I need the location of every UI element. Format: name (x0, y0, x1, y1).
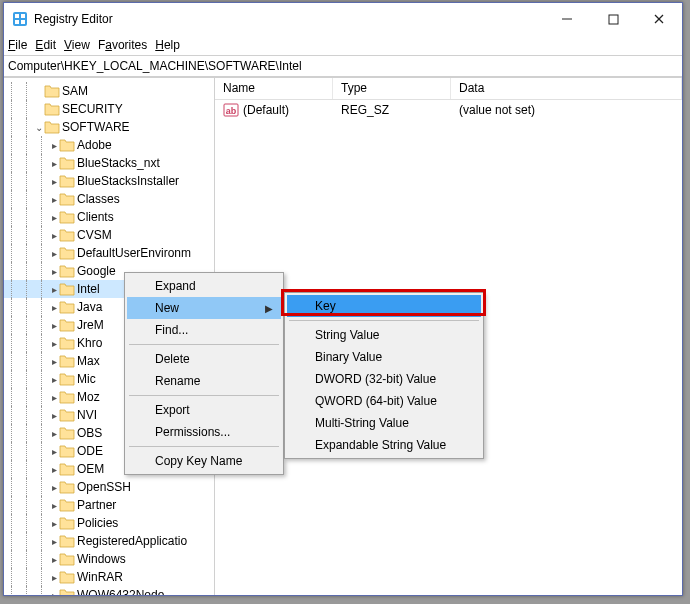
tree-item[interactable]: ▸Adobe (4, 136, 214, 154)
svg-rect-3 (15, 20, 19, 24)
tree-item-label: Clients (77, 210, 114, 224)
expand-caret-icon[interactable]: ▸ (49, 572, 59, 583)
submenu-string-value[interactable]: String Value (287, 324, 481, 346)
tree-item[interactable]: ▸WOW6432Node (4, 586, 214, 595)
ctx-rename[interactable]: Rename (127, 370, 281, 392)
tree-item-label: Adobe (77, 138, 112, 152)
tree-item[interactable]: ▸BlueStacksInstaller (4, 172, 214, 190)
folder-icon (59, 570, 75, 584)
tree-item-label: BlueStacks_nxt (77, 156, 160, 170)
expand-caret-icon[interactable]: ▸ (49, 284, 59, 295)
menubar: File Edit View Favorites Help (4, 35, 682, 55)
maximize-button[interactable] (590, 3, 636, 35)
context-submenu-new[interactable]: Key String Value Binary Value DWORD (32-… (284, 292, 484, 459)
context-menu[interactable]: Expand New▶ Find... Delete Rename Export… (124, 272, 284, 475)
ctx-export[interactable]: Export (127, 399, 281, 421)
tree-item-label: Partner (77, 498, 116, 512)
submenu-binary-value[interactable]: Binary Value (287, 346, 481, 368)
ctx-copy-key-name[interactable]: Copy Key Name (127, 450, 281, 472)
expand-caret-icon[interactable]: ▸ (49, 536, 59, 547)
expand-caret-icon[interactable]: ▸ (49, 176, 59, 187)
menu-help[interactable]: Help (155, 38, 180, 52)
expand-caret-icon[interactable]: ▸ (49, 464, 59, 475)
tree-item-label: OEM (77, 462, 104, 476)
address-bar[interactable]: Computer\HKEY_LOCAL_MACHINE\SOFTWARE\Int… (4, 55, 682, 77)
expand-caret-icon[interactable]: ▸ (49, 410, 59, 421)
svg-text:ab: ab (226, 106, 237, 116)
tree-item[interactable]: ▸SAM (4, 82, 214, 100)
folder-icon (59, 264, 75, 278)
expand-caret-icon[interactable]: ▸ (49, 140, 59, 151)
ctx-find[interactable]: Find... (127, 319, 281, 341)
tree-item[interactable]: ▸Partner (4, 496, 214, 514)
folder-icon (59, 408, 75, 422)
tree-item-label: Intel (77, 282, 100, 296)
value-type: REG_SZ (333, 103, 451, 117)
tree-item[interactable]: ▸OpenSSH (4, 478, 214, 496)
folder-icon (59, 246, 75, 260)
expand-caret-icon[interactable]: ▸ (49, 248, 59, 259)
tree-item[interactable]: ▸WinRAR (4, 568, 214, 586)
ctx-delete[interactable]: Delete (127, 348, 281, 370)
tree-item[interactable]: ▸Clients (4, 208, 214, 226)
svg-rect-1 (15, 14, 19, 18)
col-name[interactable]: Name (215, 78, 333, 99)
tree-item-label: OBS (77, 426, 102, 440)
tree-item-label: JreM (77, 318, 104, 332)
folder-icon (59, 498, 75, 512)
expand-caret-icon[interactable]: ▸ (49, 302, 59, 313)
tree-item[interactable]: ▸Policies (4, 514, 214, 532)
expand-caret-icon[interactable]: ▸ (49, 392, 59, 403)
expand-caret-icon[interactable]: ▸ (49, 590, 59, 596)
titlebar: Registry Editor (4, 3, 682, 35)
menu-file[interactable]: File (8, 38, 27, 52)
ctx-permissions[interactable]: Permissions... (127, 421, 281, 443)
expand-caret-icon[interactable]: ▸ (49, 428, 59, 439)
expand-caret-icon[interactable]: ▸ (49, 356, 59, 367)
expand-caret-icon[interactable]: ▸ (49, 320, 59, 331)
folder-icon (59, 426, 75, 440)
submenu-qword-value[interactable]: QWORD (64-bit) Value (287, 390, 481, 412)
folder-icon (59, 354, 75, 368)
value-row[interactable]: ab (Default) REG_SZ (value not set) (215, 100, 682, 120)
folder-icon (59, 390, 75, 404)
folder-icon (44, 120, 60, 134)
col-type[interactable]: Type (333, 78, 451, 99)
submenu-expandable-string-value[interactable]: Expandable String Value (287, 434, 481, 456)
col-data[interactable]: Data (451, 78, 682, 99)
expand-caret-icon[interactable]: ▸ (49, 446, 59, 457)
minimize-button[interactable] (544, 3, 590, 35)
tree-item[interactable]: ▸SECURITY (4, 100, 214, 118)
expand-caret-icon[interactable]: ▸ (49, 554, 59, 565)
tree-item[interactable]: ▸Classes (4, 190, 214, 208)
expand-caret-icon[interactable]: ▸ (49, 500, 59, 511)
tree-item[interactable]: ▸BlueStacks_nxt (4, 154, 214, 172)
expand-caret-icon[interactable]: ▸ (49, 230, 59, 241)
menu-favorites[interactable]: Favorites (98, 38, 147, 52)
menu-view[interactable]: View (64, 38, 90, 52)
folder-icon (59, 156, 75, 170)
tree-item[interactable]: ▸Windows (4, 550, 214, 568)
expand-caret-icon[interactable]: ▸ (49, 158, 59, 169)
menu-edit[interactable]: Edit (35, 38, 56, 52)
folder-icon (59, 552, 75, 566)
ctx-expand[interactable]: Expand (127, 275, 281, 297)
tree-item[interactable]: ▸CVSM (4, 226, 214, 244)
expand-caret-icon[interactable]: ▸ (49, 212, 59, 223)
submenu-key[interactable]: Key (287, 295, 481, 317)
tree-item[interactable]: ▸DefaultUserEnvironm (4, 244, 214, 262)
ctx-new[interactable]: New▶ (127, 297, 281, 319)
separator (289, 320, 479, 321)
tree-item[interactable]: ▸RegisteredApplicatio (4, 532, 214, 550)
expand-caret-icon[interactable]: ▸ (49, 374, 59, 385)
expand-caret-icon[interactable]: ▸ (49, 338, 59, 349)
expand-caret-icon[interactable]: ▸ (49, 482, 59, 493)
expand-caret-icon[interactable]: ▸ (49, 518, 59, 529)
submenu-multi-string-value[interactable]: Multi-String Value (287, 412, 481, 434)
expand-caret-icon[interactable]: ⌄ (34, 122, 44, 133)
submenu-dword-value[interactable]: DWORD (32-bit) Value (287, 368, 481, 390)
close-button[interactable] (636, 3, 682, 35)
tree-item[interactable]: ⌄SOFTWARE (4, 118, 214, 136)
expand-caret-icon[interactable]: ▸ (49, 266, 59, 277)
expand-caret-icon[interactable]: ▸ (49, 194, 59, 205)
